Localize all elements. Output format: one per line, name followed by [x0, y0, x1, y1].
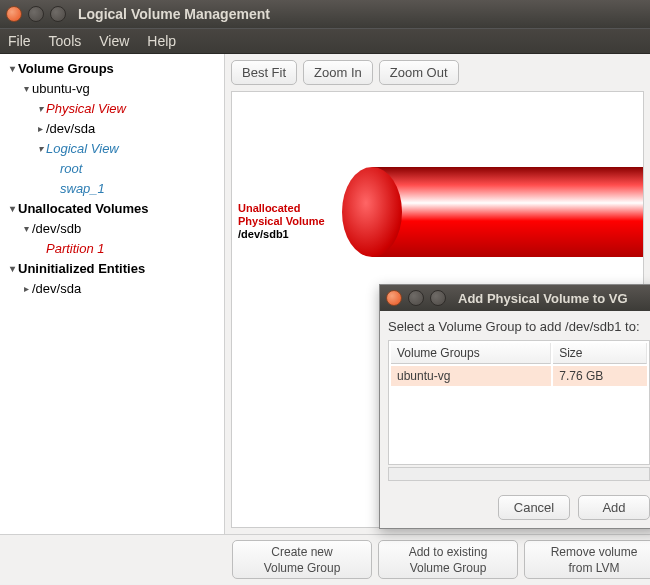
window-maximize-icon[interactable]: [50, 6, 66, 22]
dialog-minimize-icon[interactable]: [408, 290, 424, 306]
chevron-down-icon: ▾: [34, 103, 46, 114]
tree-physical-view[interactable]: ▾Physical View: [0, 98, 224, 118]
chevron-down-icon: ▾: [6, 63, 18, 74]
canvas-volume-label: Unallocated Physical Volume /dev/sdb1: [238, 202, 325, 241]
cell-vg-size: 7.76 GB: [553, 366, 647, 386]
vg-select-table: Volume Groups Size ubuntu-vg 7.76 GB: [388, 340, 650, 465]
window-close-icon[interactable]: [6, 6, 22, 22]
dialog-close-icon[interactable]: [386, 290, 402, 306]
col-volume-groups[interactable]: Volume Groups: [391, 343, 551, 364]
add-pv-dialog: Add Physical Volume to VG Select a Volum…: [379, 284, 650, 529]
chevron-down-icon: ▾: [34, 143, 46, 154]
remove-from-lvm-button[interactable]: Remove volume from LVM: [524, 540, 650, 579]
tree-volume-groups[interactable]: ▾Volume Groups: [0, 58, 224, 78]
tree-partition-1[interactable]: Partition 1: [0, 238, 224, 258]
tree-vg-ubuntu[interactable]: ▾ubuntu-vg: [0, 78, 224, 98]
tree-uninit-sda[interactable]: ▸/dev/sda: [0, 278, 224, 298]
col-size[interactable]: Size: [553, 343, 647, 364]
chevron-right-icon: ▸: [34, 123, 46, 134]
dialog-maximize-icon[interactable]: [430, 290, 446, 306]
sidebar-tree: ▾Volume Groups ▾ubuntu-vg ▾Physical View…: [0, 54, 225, 534]
menu-tools[interactable]: Tools: [49, 33, 82, 49]
window-title: Logical Volume Management: [78, 6, 270, 22]
zoom-toolbar: Best Fit Zoom In Zoom Out: [225, 54, 650, 91]
chevron-down-icon: ▾: [6, 263, 18, 274]
cancel-button[interactable]: Cancel: [498, 495, 570, 520]
menu-help[interactable]: Help: [147, 33, 176, 49]
tree-dev-sda[interactable]: ▸/dev/sda: [0, 118, 224, 138]
tree-lv-root[interactable]: root: [0, 158, 224, 178]
tree-uninitialized-entities[interactable]: ▾Uninitialized Entities: [0, 258, 224, 278]
bottom-toolbar: Create new Volume Group Add to existing …: [0, 534, 650, 584]
main-titlebar: Logical Volume Management: [0, 0, 650, 28]
create-vg-button[interactable]: Create new Volume Group: [232, 540, 372, 579]
add-existing-vg-button[interactable]: Add to existing Volume Group: [378, 540, 518, 579]
volume-cylinder-graphic: [342, 167, 644, 257]
menu-file[interactable]: File: [8, 33, 31, 49]
horizontal-scrollbar[interactable]: [388, 467, 650, 481]
zoom-out-button[interactable]: Zoom Out: [379, 60, 459, 85]
chevron-right-icon: ▸: [20, 283, 32, 294]
tree-lv-swap[interactable]: swap_1: [0, 178, 224, 198]
menubar: File Tools View Help: [0, 28, 650, 54]
dialog-titlebar: Add Physical Volume to VG: [380, 285, 650, 311]
table-row[interactable]: ubuntu-vg 7.76 GB: [391, 366, 647, 386]
tree-logical-view[interactable]: ▾Logical View: [0, 138, 224, 158]
table-empty-area: [391, 388, 647, 462]
dialog-prompt: Select a Volume Group to add /dev/sdb1 t…: [388, 319, 650, 334]
menu-view[interactable]: View: [99, 33, 129, 49]
add-button[interactable]: Add: [578, 495, 650, 520]
best-fit-button[interactable]: Best Fit: [231, 60, 297, 85]
chevron-down-icon: ▾: [20, 83, 32, 94]
dialog-title: Add Physical Volume to VG: [458, 291, 628, 306]
chevron-down-icon: ▾: [6, 203, 18, 214]
cell-vg-name: ubuntu-vg: [391, 366, 551, 386]
tree-dev-sdb[interactable]: ▾/dev/sdb: [0, 218, 224, 238]
chevron-down-icon: ▾: [20, 223, 32, 234]
tree-unallocated-volumes[interactable]: ▾Unallocated Volumes: [0, 198, 224, 218]
zoom-in-button[interactable]: Zoom In: [303, 60, 373, 85]
window-minimize-icon[interactable]: [28, 6, 44, 22]
